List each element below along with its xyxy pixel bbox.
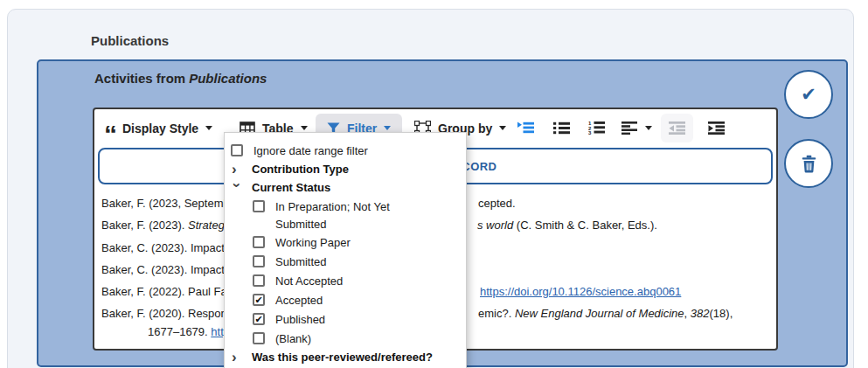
trash-icon [801, 155, 817, 173]
citation-text: Baker, C. (2023). Impact [101, 263, 225, 276]
menu-item-label: (Blank) [275, 332, 311, 345]
checkbox-unchecked-icon[interactable] [253, 236, 265, 248]
outdent-icon [669, 122, 685, 135]
menu-section-label: Current Status [252, 181, 330, 194]
caret-down-icon [384, 126, 391, 130]
checkbox-unchecked-icon[interactable] [253, 274, 265, 287]
indent-icon [708, 122, 725, 135]
check-icon: ✔ [801, 84, 816, 105]
checkbox-unchecked-icon[interactable] [253, 255, 265, 267]
chevron-down-icon: › [231, 183, 243, 193]
menu-item-label: Submitted [275, 255, 327, 268]
widget-title-italic: Publications [189, 71, 267, 86]
numbered-list-button[interactable]: 1 2 3 [588, 118, 605, 137]
caret-down-icon [205, 126, 212, 130]
widget-title: Activities fromPublications [94, 71, 267, 86]
citation-text: emic?. New England Journal of Medicine, … [478, 306, 733, 321]
menu-item-not-accepted[interactable]: Not Accepted [225, 271, 466, 290]
quote-icon: “ [104, 130, 115, 139]
checkbox-checked-icon[interactable]: ✔ [253, 294, 265, 306]
citation-text: https://doi.org/10.1126/science.abq0061 [480, 284, 681, 299]
menu-item-blank[interactable]: (Blank) [225, 329, 466, 348]
citation-text: Baker, C. (2023). Impact [101, 241, 225, 254]
menu-section-label: Contribution Type [252, 163, 349, 176]
citation-text: Baker, F. (2023). Strategi [101, 219, 227, 232]
display-style-label: Display Style [122, 122, 198, 135]
menu-section-peer-reviewed[interactable]: › Was this peer-reviewed/refereed? [225, 348, 466, 366]
menu-section-contribution-type[interactable]: › Contribution Type [225, 160, 466, 178]
numbered-list-icon: 1 2 3 [588, 121, 605, 135]
line-spacing-button[interactable] [621, 118, 652, 137]
page-title: Publications [91, 33, 169, 48]
delete-button[interactable] [784, 139, 833, 188]
menu-item-label: Not Accepted [275, 274, 343, 288]
menu-item-submitted[interactable]: Submitted [225, 252, 466, 271]
checkbox-unchecked-icon[interactable] [253, 332, 265, 344]
citation-text: cepted. [478, 196, 516, 211]
bullet-list-button[interactable] [553, 118, 570, 137]
checkbox-checked-icon[interactable]: ✔ [253, 313, 265, 325]
hanging-indent-icon [517, 122, 534, 134]
confirm-button[interactable]: ✔ [784, 70, 833, 119]
citation-text: Baker, F. (2020). Respon [101, 307, 227, 320]
checkbox-unchecked-icon[interactable] [231, 144, 243, 156]
chevron-right-icon: › [232, 163, 242, 176]
chevron-right-icon: › [232, 351, 242, 364]
menu-item-ignore-date-range[interactable]: Ignore date range filter [225, 141, 466, 160]
menu-item-label: Published [275, 313, 325, 326]
citation-text: Baker, F. (2023, Septembe [101, 197, 236, 210]
citation-text: s world (C. Smith & C. Baker, Eds.). [477, 218, 657, 233]
menu-item-label: Accepted [275, 294, 323, 307]
hanging-indent-button[interactable] [517, 118, 534, 137]
caret-down-icon [301, 126, 308, 130]
caret-down-icon [499, 126, 506, 130]
citation-text: Baker, F. (2022). Paul Fa [101, 285, 227, 298]
filter-menu-popup: Ignore date range filter › Contribution … [224, 132, 467, 368]
caret-down-icon [645, 126, 652, 130]
menu-item-label: Working Paper [275, 236, 351, 249]
check-mark: ✔ [254, 315, 262, 324]
outdent-button[interactable] [661, 114, 693, 142]
indent-button[interactable] [708, 118, 725, 137]
menu-section-label: Was this peer-reviewed/refereed? [252, 351, 433, 364]
line-spacing-icon [621, 122, 637, 135]
menu-item-working-paper[interactable]: Working Paper [225, 233, 466, 252]
menu-section-current-status[interactable]: › Current Status [225, 178, 466, 197]
menu-item-label: In Preparation; Not Yet Submitted [275, 198, 415, 233]
menu-item-accepted[interactable]: ✔ Accepted [225, 290, 466, 309]
menu-item-published[interactable]: ✔ Published [225, 309, 466, 329]
menu-item-label: Ignore date range filter [253, 144, 368, 157]
svg-text:3: 3 [588, 130, 592, 135]
menu-item-in-preparation[interactable]: In Preparation; Not Yet Submitted [225, 197, 466, 233]
widget-title-text: Activities from [94, 71, 185, 86]
bullet-list-icon [553, 122, 570, 135]
checkbox-unchecked-icon[interactable] [253, 200, 265, 212]
display-style-dropdown[interactable]: “ Display Style [104, 116, 212, 140]
check-mark: ✔ [254, 295, 262, 305]
doi-link[interactable]: https://doi.org/10.1126/science.abq0061 [480, 285, 681, 298]
